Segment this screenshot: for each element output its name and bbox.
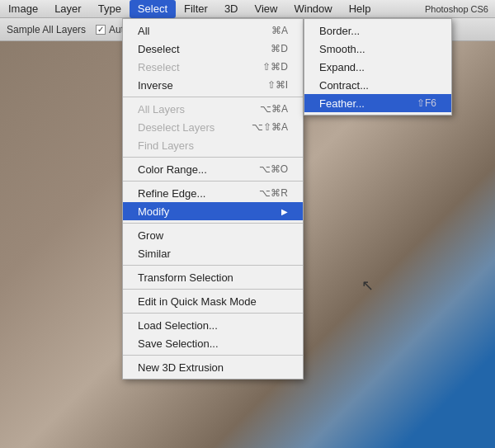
menu-item-edit-quick-mask[interactable]: Edit in Quick Mask Mode (123, 292, 303, 310)
modify-submenu-expand[interactable]: Expand... (304, 58, 451, 76)
menu-item-deselect-label: Deselect (138, 43, 180, 55)
menu-item-find-layers: Find Layers (123, 136, 303, 154)
auto-enhance-check-box[interactable]: ✓ (96, 25, 106, 35)
menu-item-save-selection-label: Save Selection... (138, 337, 219, 350)
menu-item-deselect-shortcut: ⌘D (271, 43, 288, 54)
menu-item-all[interactable]: All ⌘A (123, 21, 303, 40)
separator-5 (123, 265, 303, 266)
menu-image[interactable]: Image (0, 0, 46, 18)
menu-item-similar-label: Similar (138, 248, 171, 260)
modify-submenu-border[interactable]: Border... (304, 21, 451, 40)
menu-item-save-selection[interactable]: Save Selection... (123, 334, 303, 352)
menu-item-find-layers-label: Find Layers (138, 139, 194, 152)
menu-item-similar[interactable]: Similar (123, 244, 303, 262)
separator-7 (123, 313, 303, 314)
menu-item-modify[interactable]: Modify ▶ (123, 202, 303, 220)
modify-submenu-smooth[interactable]: Smooth... (304, 40, 451, 58)
check-mark: ✓ (97, 25, 104, 34)
menu-type[interactable]: Type (90, 0, 130, 18)
separator-4 (123, 223, 303, 224)
modify-feather-label: Feather... (319, 97, 365, 110)
menu-item-grow-label: Grow (138, 229, 163, 242)
menu-item-deselect-layers: Deselect Layers ⌥⇧⌘A (123, 118, 303, 136)
menu-item-reselect-label: Reselect (138, 61, 180, 73)
separator-8 (123, 355, 303, 356)
menu-item-all-layers: All Layers ⌥⌘A (123, 100, 303, 118)
menubar: Image Layer Type Select Filter 3D View W… (0, 0, 495, 18)
menu-item-load-selection-label: Load Selection... (138, 319, 218, 332)
menu-item-transform-selection[interactable]: Transform Selection (123, 268, 303, 286)
modify-border-label: Border... (319, 25, 360, 37)
select-dropdown-menu: All ⌘A Deselect ⌘D Reselect ⇧⌘D Inverse … (122, 18, 304, 380)
modify-smooth-label: Smooth... (319, 43, 365, 55)
menu-item-color-range-shortcut: ⌥⌘O (259, 163, 288, 175)
menu-select[interactable]: Select (130, 0, 176, 18)
ps-titlebar-text: Photoshop CS6 (425, 4, 488, 14)
menu-item-all-layers-shortcut: ⌥⌘A (260, 103, 288, 115)
menu-filter[interactable]: Filter (176, 0, 216, 18)
menu-item-reselect: Reselect ⇧⌘D (123, 58, 303, 76)
menu-item-load-selection[interactable]: Load Selection... (123, 316, 303, 334)
menu-help[interactable]: Help (341, 0, 380, 18)
menu-item-reselect-shortcut: ⇧⌘D (262, 61, 288, 73)
menu-item-inverse-label: Inverse (138, 79, 173, 92)
menu-3d[interactable]: 3D (216, 0, 247, 18)
modify-expand-label: Expand... (319, 61, 365, 73)
menu-item-deselect-layers-label: Deselect Layers (138, 121, 214, 134)
separator-6 (123, 289, 303, 290)
modify-contract-label: Contract... (319, 79, 369, 92)
menu-item-deselect-layers-shortcut: ⌥⇧⌘A (252, 121, 288, 133)
menu-window[interactable]: Window (285, 0, 340, 18)
menu-item-grow[interactable]: Grow (123, 226, 303, 244)
modify-submenu-contract[interactable]: Contract... (304, 76, 451, 94)
menu-item-all-label: All (138, 25, 149, 37)
menu-item-deselect[interactable]: Deselect ⌘D (123, 40, 303, 58)
menu-item-refine-edge[interactable]: Refine Edge... ⌥⌘R (123, 184, 303, 202)
modify-submenu-feather[interactable]: Feather... ⇧F6 (304, 94, 451, 112)
menu-item-refine-edge-shortcut: ⌥⌘R (259, 187, 288, 199)
menu-item-inverse[interactable]: Inverse ⇧⌘I (123, 76, 303, 94)
modify-submenu: Border... Smooth... Expand... Contract..… (304, 18, 452, 116)
menu-view[interactable]: View (247, 0, 286, 18)
menu-item-inverse-shortcut: ⇧⌘I (267, 79, 288, 91)
menu-layer[interactable]: Layer (46, 0, 90, 18)
menu-item-refine-edge-label: Refine Edge... (138, 187, 205, 200)
modify-submenu-arrow: ▶ (281, 207, 288, 216)
menu-item-all-layers-label: All Layers (138, 103, 185, 116)
menu-item-transform-selection-label: Transform Selection (138, 271, 233, 284)
menu-item-edit-quick-mask-label: Edit in Quick Mask Mode (138, 295, 257, 308)
menu-item-color-range-label: Color Range... (138, 163, 207, 176)
separator-3 (123, 181, 303, 182)
sample-all-layers-label: Sample All Layers (7, 24, 86, 35)
menu-item-color-range[interactable]: Color Range... ⌥⌘O (123, 160, 303, 178)
menu-item-modify-label: Modify (138, 205, 169, 218)
menu-item-all-shortcut: ⌘A (271, 25, 288, 36)
separator-2 (123, 157, 303, 158)
menu-item-new-3d-extrusion[interactable]: New 3D Extrusion (123, 358, 303, 376)
menu-item-new-3d-extrusion-label: New 3D Extrusion (138, 361, 224, 374)
modify-feather-shortcut: ⇧F6 (417, 97, 436, 109)
separator-1 (123, 97, 303, 97)
